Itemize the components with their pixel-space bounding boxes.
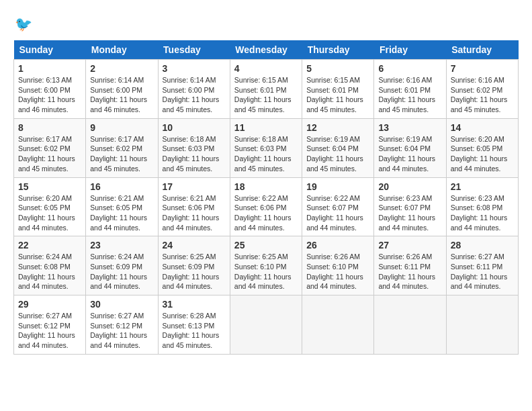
day-number: 27	[378, 240, 441, 250]
day-number: 22	[18, 240, 81, 250]
calendar-cell: 3Sunrise: 6:14 AM Sunset: 6:00 PM Daylig…	[158, 60, 230, 119]
calendar-cell: 7Sunrise: 6:16 AM Sunset: 6:02 PM Daylig…	[446, 60, 518, 119]
day-number: 18	[234, 181, 298, 192]
calendar-cell: 11Sunrise: 6:18 AM Sunset: 6:03 PM Dayli…	[230, 118, 302, 177]
calendar-cell	[302, 295, 374, 355]
calendar-cell: 26Sunrise: 6:26 AM Sunset: 6:10 PM Dayli…	[302, 236, 374, 295]
calendar-cell: 23Sunrise: 6:24 AM Sunset: 6:09 PM Dayli…	[86, 236, 158, 295]
calendar-cell: 31Sunrise: 6:28 AM Sunset: 6:13 PM Dayli…	[158, 295, 230, 355]
week-row-5: 29Sunrise: 6:27 AM Sunset: 6:12 PM Dayli…	[14, 295, 519, 355]
column-header-tuesday: Tuesday	[158, 40, 230, 60]
day-info: Sunrise: 6:14 AM Sunset: 6:00 PM Dayligh…	[90, 75, 153, 115]
column-header-monday: Monday	[86, 40, 158, 60]
calendar-cell: 8Sunrise: 6:17 AM Sunset: 6:02 PM Daylig…	[14, 118, 86, 177]
column-header-friday: Friday	[374, 40, 446, 60]
calendar-cell: 20Sunrise: 6:23 AM Sunset: 6:07 PM Dayli…	[374, 177, 446, 236]
day-info: Sunrise: 6:20 AM Sunset: 6:05 PM Dayligh…	[451, 134, 514, 174]
day-number: 23	[90, 240, 153, 250]
day-number: 17	[163, 181, 226, 192]
day-number: 19	[306, 181, 369, 192]
day-info: Sunrise: 6:22 AM Sunset: 6:06 PM Dayligh…	[234, 193, 298, 233]
column-header-wednesday: Wednesday	[230, 40, 302, 60]
day-number: 7	[451, 63, 514, 74]
calendar-cell: 15Sunrise: 6:20 AM Sunset: 6:05 PM Dayli…	[14, 177, 86, 236]
day-info: Sunrise: 6:21 AM Sunset: 6:06 PM Dayligh…	[163, 193, 226, 233]
calendar-header-row: SundayMondayTuesdayWednesdayThursdayFrid…	[14, 40, 519, 60]
week-row-2: 8Sunrise: 6:17 AM Sunset: 6:02 PM Daylig…	[14, 118, 519, 177]
day-number: 25	[234, 240, 298, 250]
day-info: Sunrise: 6:19 AM Sunset: 6:04 PM Dayligh…	[306, 134, 369, 174]
day-info: Sunrise: 6:23 AM Sunset: 6:08 PM Dayligh…	[451, 193, 514, 233]
day-info: Sunrise: 6:18 AM Sunset: 6:03 PM Dayligh…	[163, 134, 226, 174]
week-row-3: 15Sunrise: 6:20 AM Sunset: 6:05 PM Dayli…	[14, 177, 519, 236]
day-number: 8	[18, 122, 81, 133]
calendar-cell: 21Sunrise: 6:23 AM Sunset: 6:08 PM Dayli…	[446, 177, 518, 236]
day-info: Sunrise: 6:25 AM Sunset: 6:10 PM Dayligh…	[234, 252, 298, 291]
day-info: Sunrise: 6:15 AM Sunset: 6:01 PM Dayligh…	[306, 75, 369, 115]
day-number: 31	[163, 299, 226, 310]
day-number: 21	[451, 181, 514, 192]
day-info: Sunrise: 6:16 AM Sunset: 6:02 PM Dayligh…	[451, 75, 514, 115]
day-number: 11	[234, 122, 298, 133]
day-info: Sunrise: 6:22 AM Sunset: 6:07 PM Dayligh…	[306, 193, 369, 233]
day-info: Sunrise: 6:14 AM Sunset: 6:00 PM Dayligh…	[163, 75, 226, 115]
calendar-cell: 6Sunrise: 6:16 AM Sunset: 6:01 PM Daylig…	[374, 60, 446, 119]
day-number: 13	[378, 122, 441, 133]
calendar-cell: 25Sunrise: 6:25 AM Sunset: 6:10 PM Dayli…	[230, 236, 302, 295]
calendar-cell: 4Sunrise: 6:15 AM Sunset: 6:01 PM Daylig…	[230, 60, 302, 119]
calendar-cell: 18Sunrise: 6:22 AM Sunset: 6:06 PM Dayli…	[230, 177, 302, 236]
day-number: 14	[451, 122, 514, 133]
day-number: 10	[163, 122, 226, 133]
calendar-cell: 5Sunrise: 6:15 AM Sunset: 6:01 PM Daylig…	[302, 60, 374, 119]
day-info: Sunrise: 6:19 AM Sunset: 6:04 PM Dayligh…	[378, 134, 441, 174]
day-info: Sunrise: 6:26 AM Sunset: 6:11 PM Dayligh…	[378, 252, 441, 291]
calendar-cell: 12Sunrise: 6:19 AM Sunset: 6:04 PM Dayli…	[302, 118, 374, 177]
day-number: 24	[163, 240, 226, 250]
day-number: 15	[18, 181, 81, 192]
calendar-cell	[374, 295, 446, 355]
day-info: Sunrise: 6:23 AM Sunset: 6:07 PM Dayligh…	[378, 193, 441, 233]
day-info: Sunrise: 6:13 AM Sunset: 6:00 PM Dayligh…	[18, 75, 81, 115]
day-info: Sunrise: 6:28 AM Sunset: 6:13 PM Dayligh…	[163, 311, 226, 351]
calendar-cell	[446, 295, 518, 355]
day-number: 3	[163, 63, 226, 74]
day-number: 30	[90, 299, 153, 310]
calendar-cell: 16Sunrise: 6:21 AM Sunset: 6:05 PM Dayli…	[86, 177, 158, 236]
page-header: 🐦	[13, 13, 519, 34]
day-number: 29	[18, 299, 81, 310]
day-info: Sunrise: 6:20 AM Sunset: 6:05 PM Dayligh…	[18, 193, 81, 233]
day-info: Sunrise: 6:24 AM Sunset: 6:09 PM Dayligh…	[90, 252, 153, 291]
day-number: 2	[90, 63, 153, 74]
calendar-cell: 17Sunrise: 6:21 AM Sunset: 6:06 PM Dayli…	[158, 177, 230, 236]
calendar-cell: 13Sunrise: 6:19 AM Sunset: 6:04 PM Dayli…	[374, 118, 446, 177]
calendar-cell: 10Sunrise: 6:18 AM Sunset: 6:03 PM Dayli…	[158, 118, 230, 177]
calendar-table: SundayMondayTuesdayWednesdayThursdayFrid…	[13, 40, 519, 355]
day-number: 9	[90, 122, 153, 133]
day-number: 6	[378, 63, 441, 74]
day-number: 20	[378, 181, 441, 192]
day-info: Sunrise: 6:17 AM Sunset: 6:02 PM Dayligh…	[90, 134, 153, 174]
calendar-cell: 28Sunrise: 6:27 AM Sunset: 6:11 PM Dayli…	[446, 236, 518, 295]
svg-text:🐦: 🐦	[15, 15, 33, 33]
day-number: 12	[306, 122, 369, 133]
day-info: Sunrise: 6:18 AM Sunset: 6:03 PM Dayligh…	[234, 134, 298, 174]
day-number: 1	[18, 63, 81, 74]
day-info: Sunrise: 6:16 AM Sunset: 6:01 PM Dayligh…	[378, 75, 441, 115]
calendar-cell: 24Sunrise: 6:25 AM Sunset: 6:09 PM Dayli…	[158, 236, 230, 295]
calendar-cell: 19Sunrise: 6:22 AM Sunset: 6:07 PM Dayli…	[302, 177, 374, 236]
day-number: 26	[306, 240, 369, 250]
day-info: Sunrise: 6:27 AM Sunset: 6:12 PM Dayligh…	[90, 311, 153, 351]
day-info: Sunrise: 6:15 AM Sunset: 6:01 PM Dayligh…	[234, 75, 298, 115]
calendar-cell: 29Sunrise: 6:27 AM Sunset: 6:12 PM Dayli…	[14, 295, 86, 355]
day-info: Sunrise: 6:21 AM Sunset: 6:05 PM Dayligh…	[90, 193, 153, 233]
calendar-cell: 30Sunrise: 6:27 AM Sunset: 6:12 PM Dayli…	[86, 295, 158, 355]
day-number: 16	[90, 181, 153, 192]
calendar-cell: 14Sunrise: 6:20 AM Sunset: 6:05 PM Dayli…	[446, 118, 518, 177]
week-row-1: 1Sunrise: 6:13 AM Sunset: 6:00 PM Daylig…	[14, 60, 519, 119]
logo: 🐦	[13, 13, 36, 34]
calendar-cell: 27Sunrise: 6:26 AM Sunset: 6:11 PM Dayli…	[374, 236, 446, 295]
column-header-saturday: Saturday	[446, 40, 518, 60]
week-row-4: 22Sunrise: 6:24 AM Sunset: 6:08 PM Dayli…	[14, 236, 519, 295]
calendar-cell: 1Sunrise: 6:13 AM Sunset: 6:00 PM Daylig…	[14, 60, 86, 119]
day-info: Sunrise: 6:17 AM Sunset: 6:02 PM Dayligh…	[18, 134, 81, 174]
